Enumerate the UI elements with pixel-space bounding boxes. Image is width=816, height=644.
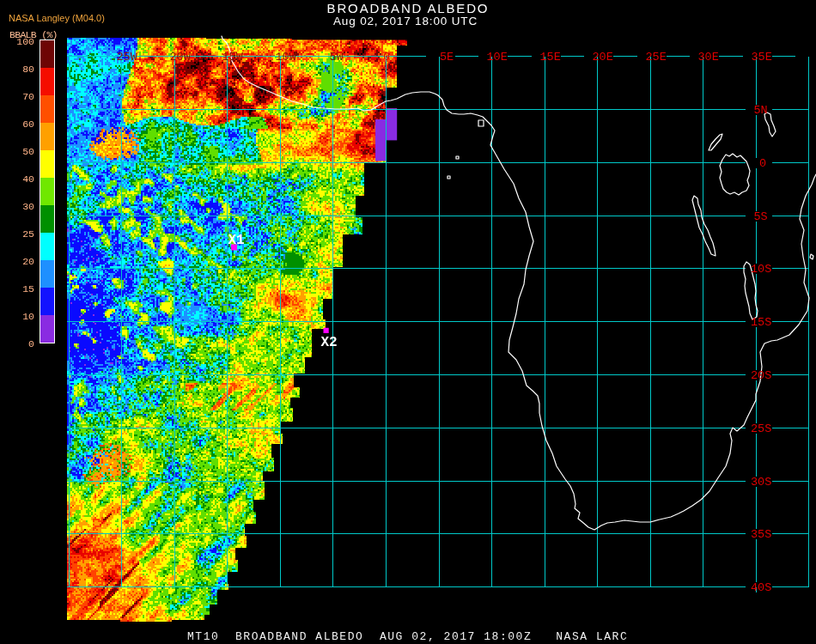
svg-text:0: 0 <box>759 157 766 170</box>
svg-text:15W: 15W <box>222 51 244 64</box>
svg-text:25W: 25W <box>117 51 138 64</box>
svg-text:20W: 20W <box>170 51 192 64</box>
svg-text:25S: 25S <box>751 422 771 435</box>
svg-text:35S: 35S <box>751 528 771 541</box>
svg-text:15S: 15S <box>751 316 771 329</box>
svg-text:5W: 5W <box>330 51 344 64</box>
svg-text:10S: 10S <box>751 263 771 276</box>
svg-text:20S: 20S <box>751 369 771 382</box>
svg-text:10E: 10E <box>487 51 508 64</box>
svg-text:30S: 30S <box>751 476 771 489</box>
svg-text:0: 0 <box>383 51 390 64</box>
svg-text:10W: 10W <box>276 51 297 64</box>
svg-text:5N: 5N <box>754 104 768 117</box>
svg-text:20E: 20E <box>593 51 613 64</box>
svg-text:5S: 5S <box>754 210 768 223</box>
svg-text:25E: 25E <box>646 51 667 64</box>
svg-text:40S: 40S <box>751 581 771 594</box>
svg-text:X2: X2 <box>321 335 338 350</box>
svg-text:X1: X1 <box>228 233 245 248</box>
svg-text:5E: 5E <box>440 51 454 64</box>
svg-text:15E: 15E <box>540 51 561 64</box>
svg-text:35E: 35E <box>752 51 772 64</box>
svg-text:30E: 30E <box>698 51 719 64</box>
